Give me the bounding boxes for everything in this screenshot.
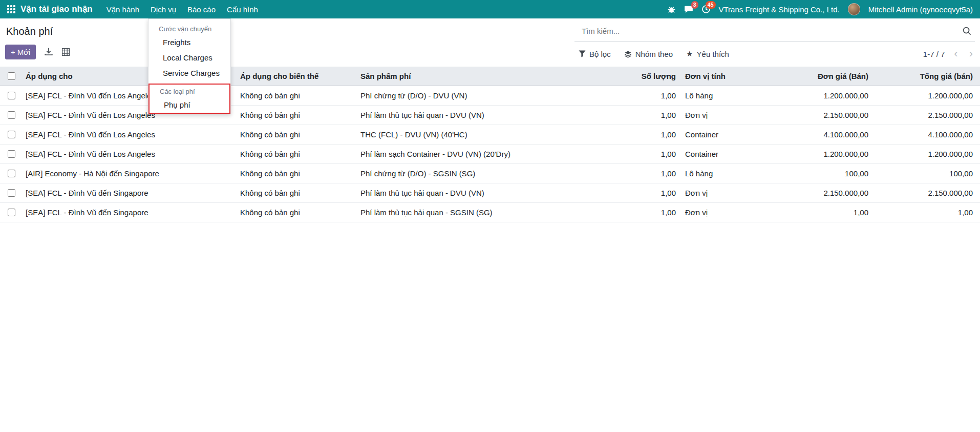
cell-product: Phí làm thủ tục hải quan - SGSIN (SG) — [357, 208, 619, 217]
table-row[interactable]: [AIR] Economy - Hà Nội đến Singapore Khô… — [0, 164, 980, 183]
cell-apply-to: [AIR] Economy - Hà Nội đến Singapore — [23, 169, 237, 178]
search-input[interactable]: Tìm kiếm... — [574, 20, 975, 42]
user-name[interactable]: Mitchell Admin (qynoeeqvyt5a) — [868, 5, 973, 14]
nav-menu-cau-hinh[interactable]: Cấu hình — [221, 1, 264, 18]
menu-item-local-charges[interactable]: Local Charges — [148, 50, 230, 66]
activities-clock-icon[interactable]: 45 — [701, 5, 711, 14]
favorites-label: Yêu thích — [697, 50, 729, 58]
pager-next-icon[interactable]: › — [967, 48, 975, 59]
nav-menu-van-hanh[interactable]: Vận hành — [101, 1, 145, 18]
cell-uom: Đơn vị — [679, 189, 760, 197]
cell-unit-price: 2.150.000,00 — [760, 189, 871, 197]
cell-uom: Lô hàng — [679, 91, 760, 100]
header-uom[interactable]: Đơn vị tính — [679, 72, 760, 80]
cell-total: 2.150.000,00 — [871, 189, 980, 197]
debug-icon[interactable] — [667, 5, 676, 14]
cell-total: 100,00 — [871, 169, 980, 178]
group-by-layers-icon — [624, 50, 632, 58]
header-variant[interactable]: Áp dụng cho biến thể — [237, 72, 357, 80]
cell-total: 1,00 — [871, 208, 980, 217]
cell-product: THC (FCL) - DVU (VN) (40'HC) — [357, 130, 619, 139]
messages-badge: 3 — [691, 1, 698, 9]
cell-apply-to: [SEA] FCL - Đình Vũ đến Los Angeles — [23, 150, 237, 158]
control-panel: Khoản phí + Mới Tìm kiếm... — [0, 18, 980, 66]
row-checkbox[interactable] — [8, 92, 15, 99]
messages-icon[interactable]: 3 — [684, 5, 693, 14]
cell-variant: Không có bản ghi — [237, 130, 357, 139]
annotation-highlight-box: Các loại phí Phụ phí — [148, 84, 230, 114]
cell-total: 2.150.000,00 — [871, 111, 980, 119]
table-row[interactable]: [SEA] FCL - Đình Vũ đến Los Angeles Khôn… — [0, 86, 980, 106]
dropdown-section-cuoc-van-chuyen: Cước vận chuyển — [148, 22, 230, 35]
company-switcher[interactable]: VTrans Freight & Shipping Co., Ltd. — [719, 5, 840, 14]
new-button-label: Mới — [17, 48, 31, 56]
cell-unit-price: 100,00 — [760, 169, 871, 178]
top-navbar: Vận tải giao nhận Vận hành Dịch vụ Báo c… — [0, 0, 980, 18]
table-row[interactable]: [SEA] FCL - Đình Vũ đến Los Angeles Khôn… — [0, 125, 980, 145]
row-checkbox[interactable] — [8, 209, 15, 216]
search-placeholder: Tìm kiếm... — [578, 27, 962, 35]
favorites-button[interactable]: ★ Yêu thích — [686, 49, 729, 58]
row-checkbox[interactable] — [8, 170, 15, 177]
cell-variant: Không có bản ghi — [237, 208, 357, 217]
row-checkbox[interactable] — [8, 111, 15, 119]
filter-funnel-icon — [579, 50, 586, 57]
cell-qty: 1,00 — [619, 91, 679, 100]
cell-product: Phí chứng từ (D/O) - SGSIN (SG) — [357, 169, 619, 178]
new-record-button[interactable]: + Mới — [5, 45, 36, 59]
header-unit-price[interactable]: Đơn giá (Bán) — [760, 72, 871, 80]
nav-menu-dich-vu[interactable]: Dịch vụ — [145, 1, 182, 18]
dich-vu-dropdown-menu: Cước vận chuyển Freights Local Charges S… — [148, 18, 231, 114]
cell-product: Phí làm thủ tục hải quan - DVU (VN) — [357, 189, 619, 197]
filters-label: Bộ lọc — [589, 50, 611, 58]
header-total[interactable]: Tổng giá (bán) — [871, 72, 980, 80]
cell-apply-to: [SEA] FCL - Đình Vũ đến Singapore — [23, 208, 237, 217]
cell-uom: Container — [679, 150, 760, 158]
group-by-label: Nhóm theo — [635, 50, 673, 58]
nav-menu-bao-cao[interactable]: Báo cáo — [182, 1, 221, 18]
cell-total: 4.100.000,00 — [871, 130, 980, 139]
table-row[interactable]: [SEA] FCL - Đình Vũ đến Los Angeles Khôn… — [0, 145, 980, 164]
pager: 1-7 / 7 ‹ › — [923, 48, 975, 59]
row-checkbox[interactable] — [8, 189, 15, 197]
app-title[interactable]: Vận tải giao nhận — [20, 4, 93, 14]
row-checkbox[interactable] — [8, 131, 15, 138]
header-qty[interactable]: Số lượng — [619, 72, 679, 80]
menu-item-freights[interactable]: Freights — [148, 35, 230, 50]
cell-variant: Không có bản ghi — [237, 150, 357, 158]
table-row[interactable]: [SEA] FCL - Đình Vũ đến Singapore Không … — [0, 203, 980, 222]
search-icon[interactable] — [962, 26, 972, 36]
avatar — [848, 3, 860, 15]
cell-unit-price: 1.200.000,00 — [760, 91, 871, 100]
cell-uom: Đơn vị — [679, 111, 760, 119]
cell-qty: 1,00 — [619, 130, 679, 139]
row-checkbox[interactable] — [8, 150, 15, 158]
user-menu[interactable] — [848, 3, 860, 15]
charges-list-table: Áp dụng cho Áp dụng cho biến thể Sản phẩ… — [0, 67, 980, 222]
cell-uom: Lô hàng — [679, 169, 760, 178]
apps-menu-icon[interactable] — [7, 5, 15, 13]
page-title: Khoản phí — [5, 20, 574, 37]
cell-unit-price: 1.200.000,00 — [760, 150, 871, 158]
download-export-icon[interactable] — [44, 47, 53, 56]
cell-unit-price: 1,00 — [760, 208, 871, 217]
table-row[interactable]: [SEA] FCL - Đình Vũ đến Singapore Không … — [0, 183, 980, 203]
dropdown-section-cac-loai-phi: Các loại phí — [150, 85, 229, 97]
cell-unit-price: 4.100.000,00 — [760, 130, 871, 139]
cell-qty: 1,00 — [619, 111, 679, 119]
cell-qty: 1,00 — [619, 208, 679, 217]
pager-prev-icon[interactable]: ‹ — [952, 48, 960, 59]
table-row[interactable]: [SEA] FCL - Đình Vũ đến Los Angeles Khôn… — [0, 106, 980, 125]
menu-item-phu-phi[interactable]: Phụ phí — [150, 97, 229, 113]
cell-variant: Không có bản ghi — [237, 169, 357, 178]
select-all-checkbox[interactable] — [8, 72, 15, 80]
filters-button[interactable]: Bộ lọc — [579, 50, 611, 58]
cell-variant: Không có bản ghi — [237, 111, 357, 119]
header-product[interactable]: Sản phẩm phí — [357, 72, 619, 80]
cell-product: Phí làm sạch Container - DVU (VN) (20'Dr… — [357, 150, 619, 158]
menu-item-service-charges[interactable]: Service Charges — [148, 66, 230, 81]
group-by-button[interactable]: Nhóm theo — [624, 50, 673, 58]
pager-range: 1-7 / 7 — [923, 50, 945, 58]
view-switcher-grid-icon[interactable] — [61, 48, 70, 56]
table-header-row: Áp dụng cho Áp dụng cho biến thể Sản phẩ… — [0, 67, 980, 86]
